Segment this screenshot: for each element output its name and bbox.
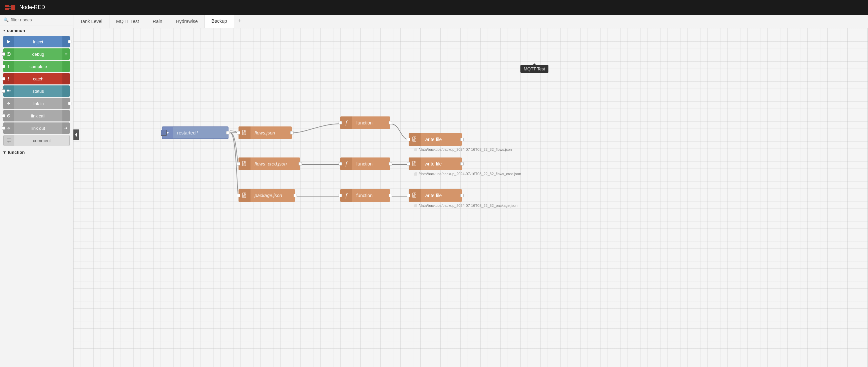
search-input[interactable] (11, 17, 70, 22)
port-left (339, 121, 342, 124)
sidebar-item-catch[interactable]: ! catch (3, 73, 70, 84)
node-port (68, 102, 71, 105)
sidebar-item-link-call-label: link call (14, 114, 62, 118)
svg-rect-10 (7, 139, 11, 142)
flow-node-function-3[interactable]: f function (340, 189, 390, 202)
write-file-3-icon (409, 189, 421, 202)
flow-node-restarted[interactable]: restarted ¹ (162, 126, 228, 139)
svg-rect-20 (243, 193, 246, 197)
function-2-icon: f (340, 157, 352, 170)
sidebar-item-inject-label: inject (14, 39, 62, 44)
link-out-btn[interactable] (62, 122, 70, 134)
port-right (290, 131, 293, 134)
sidebar-item-status-label: status (14, 89, 62, 94)
sidebar-item-status[interactable]: status (3, 85, 70, 97)
sidebar-section-common[interactable]: ▾ common (0, 25, 73, 35)
sidebar-section-function-label: function (8, 150, 25, 155)
flow-node-write-file-3[interactable]: write file (409, 189, 462, 202)
sidebar-item-complete[interactable]: ! complete (3, 61, 70, 72)
write-file-3-path: ⬜ /data/backups/backup_2024-07-16T03_22_… (414, 204, 518, 208)
tabs-bar: Tank Level MQTT Test Rain Hydrawise Back… (73, 15, 868, 28)
comment-svg (7, 138, 11, 143)
sidebar-item-complete-label: complete (14, 64, 62, 69)
sidebar-section-function[interactable]: ▾ function (0, 147, 73, 157)
link-call-btn[interactable] (62, 110, 70, 121)
tab-hydrawise[interactable]: Hydrawise (169, 15, 205, 28)
arrow-icon (6, 39, 11, 44)
sidebar-item-debug-label: debug (14, 52, 62, 57)
logo-icon (4, 3, 16, 12)
catch-btn[interactable] (62, 73, 70, 84)
node-port (2, 126, 5, 130)
flow-canvas[interactable]: MQTT Test (73, 28, 868, 367)
sidebar-item-link-out[interactable]: link out (3, 122, 70, 134)
tab-tank-level[interactable]: Tank Level (73, 15, 110, 28)
app-title: Node-RED (19, 4, 45, 10)
sidebar-item-link-call[interactable]: link call (3, 110, 70, 121)
tab-backup[interactable]: Backup (205, 15, 234, 28)
sidebar-item-link-in[interactable]: link in (3, 98, 70, 109)
status-btn[interactable] (62, 85, 70, 97)
file-icon2 (242, 161, 247, 167)
function-3-icon: f (340, 189, 352, 202)
flow-node-flows-cred-json[interactable]: flows_cred.json (239, 157, 300, 170)
svg-rect-1 (5, 8, 9, 10)
comment-icon (4, 135, 14, 146)
left-arrow-icon (74, 132, 78, 137)
flow-node-function-1-label: function (352, 120, 377, 125)
svg-rect-23 (413, 137, 416, 142)
app-logo (4, 3, 16, 12)
sidebar-item-debug[interactable]: debug ≡ (3, 49, 70, 60)
flow-node-write-file-1-label: write file (421, 137, 446, 142)
svg-marker-12 (75, 132, 77, 137)
tab-mqtt-test[interactable]: MQTT Test (110, 15, 146, 28)
flow-node-function-1[interactable]: f function (340, 117, 390, 129)
flow-node-write-file-1[interactable]: write file (409, 133, 462, 146)
svg-marker-5 (7, 40, 10, 43)
tooltip-text: MQTT Test (524, 66, 545, 71)
flow-node-function-2[interactable]: f function (340, 157, 390, 170)
connections-svg (73, 28, 868, 367)
tab-rain[interactable]: Rain (146, 15, 169, 28)
svg-rect-17 (243, 161, 246, 166)
flow-node-write-file-2-label: write file (421, 161, 446, 166)
flow-node-package-json[interactable]: package.json (239, 189, 295, 202)
debug-btn[interactable]: ≡ (62, 49, 70, 60)
tab-add-button[interactable]: + (234, 15, 246, 28)
svg-rect-29 (413, 193, 416, 197)
tooltip: MQTT Test (520, 65, 549, 73)
flow-node-write-file-2[interactable]: write file (409, 157, 462, 170)
exclaim-icon2: ! (8, 76, 10, 82)
search-icon: 🔍 (3, 17, 9, 22)
chevron-down-icon2: ▾ (3, 150, 6, 155)
flow-node-restarted-port-right (226, 131, 229, 134)
restart-square (161, 130, 167, 136)
sidebar-search-container[interactable]: 🔍 (0, 15, 73, 25)
node-port (2, 89, 5, 93)
flow-node-flows-json[interactable]: flows.json (239, 126, 292, 139)
func-f-icon2: f (346, 161, 347, 167)
sidebar: 🔍 ▾ common inject debug ≡ (0, 15, 73, 367)
write-file-svg2 (412, 161, 417, 167)
complete-btn[interactable] (62, 61, 70, 72)
sidebar-item-inject[interactable]: inject (3, 36, 70, 48)
port-right (293, 194, 297, 197)
exclaim-icon: ! (8, 64, 10, 69)
port-left (339, 194, 342, 197)
node-port (2, 114, 5, 117)
port-right (460, 162, 464, 165)
svg-rect-4 (11, 5, 16, 10)
left-edge-button[interactable] (73, 129, 79, 140)
arrow-out-icon (6, 126, 11, 130)
port-right (389, 121, 392, 124)
func-f-icon3: f (346, 192, 347, 198)
sidebar-item-comment[interactable]: comment (3, 135, 70, 146)
sidebar-item-catch-label: catch (14, 77, 62, 82)
flow-node-flows-cred-label: flows_cred.json (250, 161, 291, 166)
arrow-icon-right (64, 126, 68, 130)
port-left (407, 138, 410, 141)
port-right (460, 138, 464, 141)
write-file-2-icon (409, 157, 421, 170)
func-f-icon: f (346, 120, 347, 126)
sidebar-item-comment-label: comment (14, 138, 69, 143)
